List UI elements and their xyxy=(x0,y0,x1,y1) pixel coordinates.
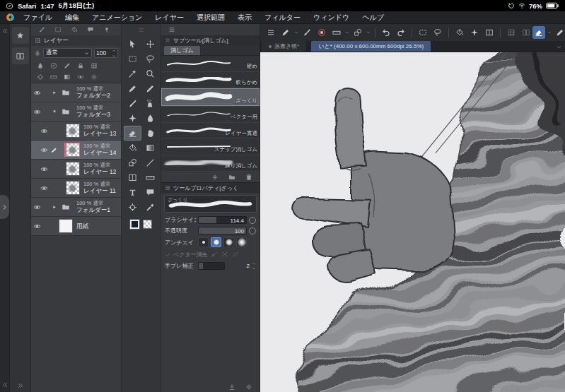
palette-balloon-button[interactable] xyxy=(84,25,96,35)
vector-erase-touched-icon[interactable] xyxy=(210,250,219,259)
ruler-button[interactable] xyxy=(330,26,343,39)
tool-deco[interactable] xyxy=(124,111,141,126)
subtool-item[interactable]: ざっくり xyxy=(161,88,260,107)
layer-option-lock-button[interactable] xyxy=(74,61,86,71)
layer-option-gear-button[interactable] xyxy=(88,72,100,82)
canvas-tab[interactable]: 落書き帳* xyxy=(262,41,307,52)
opacity-dynamics-button[interactable] xyxy=(249,227,256,234)
chevron-down-icon[interactable] xyxy=(366,30,371,35)
antialias-option-1[interactable] xyxy=(211,237,221,247)
tool-frame[interactable] xyxy=(124,170,141,185)
antialias-option-0[interactable] xyxy=(198,237,209,247)
visibility-eye-icon[interactable] xyxy=(40,146,49,154)
tab-bar-collapse-icon[interactable] xyxy=(556,44,562,50)
safari-icon[interactable] xyxy=(6,2,13,10)
palette-drawer-handle[interactable] xyxy=(0,195,9,219)
tool-dropper[interactable] xyxy=(141,200,159,215)
chevron-down-icon[interactable] xyxy=(294,30,298,35)
collapse-palettes-icon[interactable] xyxy=(1,28,8,35)
tool-object[interactable] xyxy=(124,37,141,52)
subtool-item[interactable]: 軟らかめ xyxy=(161,72,260,88)
tool-hand[interactable] xyxy=(141,126,159,141)
quick-access-button[interactable] xyxy=(12,27,29,44)
subtool-group-tab[interactable]: 消しゴム xyxy=(164,46,200,55)
subtool-plus-button[interactable] xyxy=(209,172,221,182)
tool-blend[interactable] xyxy=(141,111,159,126)
tool-pencil[interactable] xyxy=(141,81,159,96)
tool-pen[interactable] xyxy=(124,81,141,96)
stabilize-stepper[interactable] xyxy=(252,261,256,271)
tool-brush[interactable] xyxy=(124,96,141,111)
folder-expand-arrow[interactable]: ▾ xyxy=(52,109,57,114)
opacity-slider[interactable]: 100 xyxy=(198,227,247,234)
tool-property-gear-button[interactable] xyxy=(243,382,255,392)
visibility-eye-icon[interactable] xyxy=(33,203,42,211)
menu-item[interactable]: ファイル xyxy=(17,13,59,21)
layer-option-blend-button[interactable] xyxy=(34,61,46,71)
deco-button[interactable] xyxy=(468,26,481,39)
layer-option-crosshair-button[interactable] xyxy=(34,72,46,82)
tool-wand[interactable] xyxy=(124,66,141,81)
layer-thumbnail[interactable] xyxy=(59,105,73,119)
layer-thumbnail[interactable] xyxy=(66,124,80,138)
visibility-eye-icon[interactable] xyxy=(40,127,49,135)
record-button[interactable] xyxy=(315,26,328,39)
palette-bucket-button[interactable] xyxy=(68,25,80,35)
layer-thumbnail[interactable] xyxy=(66,143,80,157)
menu-icon[interactable] xyxy=(165,37,170,43)
brush-size-slider[interactable]: 114.4 xyxy=(198,216,247,224)
layer-thumbnail[interactable] xyxy=(66,162,80,176)
layer-row[interactable]: ▸ 100 % 通常 フォルダー1 xyxy=(31,198,121,217)
menu-item[interactable]: 編集 xyxy=(59,13,86,21)
tool-airbrush[interactable] xyxy=(141,96,159,111)
tool-crosshair[interactable] xyxy=(124,200,141,215)
expand-rail-icon[interactable] xyxy=(17,382,24,389)
visibility-eye-icon[interactable] xyxy=(33,89,42,97)
tool-zoom[interactable] xyxy=(141,66,159,81)
opacity-stepper[interactable] xyxy=(112,49,116,58)
eraser-button[interactable] xyxy=(532,26,545,39)
bucket-button[interactable] xyxy=(453,26,466,39)
redo-button[interactable] xyxy=(395,26,407,39)
layer-opacity-control[interactable]: 100 xyxy=(94,48,118,58)
subtool-item[interactable]: スナップ消しゴム xyxy=(161,139,260,155)
menu-icon[interactable] xyxy=(138,27,144,33)
marquee-button[interactable] xyxy=(417,26,429,39)
undo-button[interactable] xyxy=(380,26,392,39)
layer-row[interactable]: ▾ 100 % 通常 フォルダー3 xyxy=(31,102,121,121)
canvas[interactable] xyxy=(260,52,565,392)
layer-row[interactable]: 100 % 通常 レイヤー 11 xyxy=(31,179,121,198)
subtool-menu-button[interactable] xyxy=(165,25,177,35)
pen2-button[interactable] xyxy=(554,26,565,39)
blend-mode-dropdown[interactable]: 通常 xyxy=(43,48,92,58)
layer-option-grid-button[interactable] xyxy=(88,61,100,71)
subtool-item[interactable]: レイヤー貫通 xyxy=(161,123,260,139)
menu-item[interactable]: レイヤー xyxy=(148,13,190,21)
layer-option-ruler-button[interactable] xyxy=(47,72,59,82)
tool-marquee[interactable] xyxy=(124,52,141,66)
collapse-palettes-bottom-icon[interactable] xyxy=(1,381,8,388)
palette-brush-button[interactable] xyxy=(35,25,47,35)
visibility-eye-icon[interactable] xyxy=(40,184,49,192)
tool-gradient[interactable] xyxy=(141,141,159,155)
vector-erase-intersect-icon[interactable] xyxy=(221,250,229,259)
tool-eraser[interactable] xyxy=(124,126,141,141)
layer-row[interactable]: ▸ 100 % 通常 フォルダー2 xyxy=(31,83,121,102)
tool-shapes[interactable] xyxy=(124,155,141,170)
visibility-eye-icon[interactable] xyxy=(33,108,42,116)
layer-thumbnail[interactable] xyxy=(59,200,73,214)
menu-item[interactable]: アニメーション xyxy=(86,13,148,21)
folder-expand-arrow[interactable]: ▸ xyxy=(52,90,57,95)
transparent-color-swatch[interactable] xyxy=(143,220,152,229)
layer-option-eye-button[interactable] xyxy=(74,72,86,82)
subtool-folder-button[interactable] xyxy=(226,172,238,182)
active-app-label[interactable]: Safari xyxy=(18,2,36,10)
layer-row[interactable]: 100 % 通常 レイヤー 12 xyxy=(31,160,121,179)
stabilize-slider[interactable] xyxy=(198,262,225,270)
layer-row[interactable]: 100 % 通常 レイヤー 14 xyxy=(31,141,121,160)
menu-button[interactable] xyxy=(264,26,277,39)
subtool-item[interactable]: 硬め xyxy=(161,56,260,72)
menu-item[interactable]: 選択範囲 xyxy=(190,13,231,21)
palette-pin-button[interactable] xyxy=(100,25,112,35)
brush-size-dynamics-button[interactable] xyxy=(249,217,256,224)
